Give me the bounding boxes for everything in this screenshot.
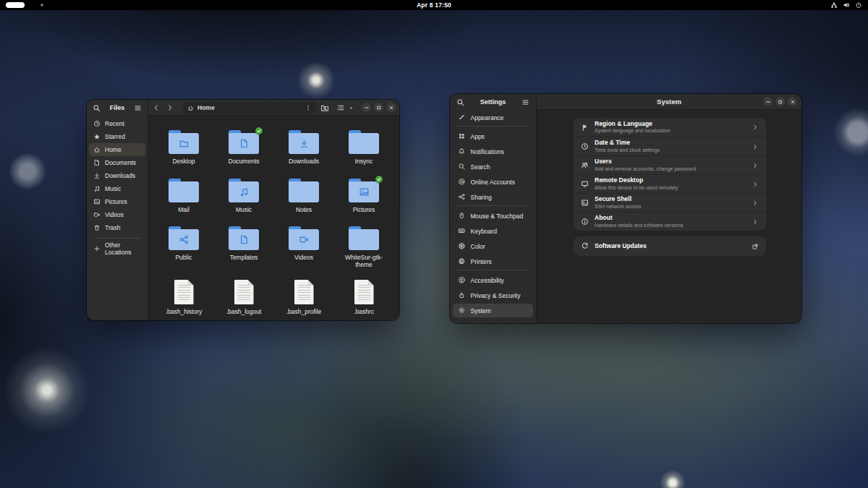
settings-item-accessibility[interactable]: Accessibility (453, 273, 533, 287)
sidebar-item-starred[interactable]: Starred (89, 130, 145, 143)
back-button[interactable] (152, 103, 161, 112)
file-item-bashrc[interactable]: .bashrc (338, 275, 390, 315)
settings-item-printers[interactable]: Printers (453, 254, 533, 268)
file-item-pictures[interactable]: Pictures (338, 174, 390, 213)
folder-icon (158, 221, 210, 250)
settings-item-online-accounts[interactable]: Online Accounts (453, 175, 533, 189)
settings-item-apps[interactable]: Apps (453, 129, 533, 143)
sidebar-item-trash[interactable]: Trash (89, 221, 145, 234)
file-item-videos[interactable]: Videos (278, 221, 330, 261)
settings-item-label: Appearance (471, 114, 504, 121)
file-item-mail[interactable]: Mail (158, 174, 210, 213)
color-icon (458, 242, 466, 250)
sidebar-item-pictures[interactable]: Pictures (89, 195, 145, 208)
minimize-button[interactable] (362, 103, 371, 112)
search-icon[interactable] (456, 98, 464, 106)
row-remote-desktop[interactable]: Remote Desktop Allow this device to be u… (574, 174, 766, 193)
row-users[interactable]: Users Add and remove accounts, change pa… (574, 155, 766, 174)
forward-button[interactable] (166, 103, 174, 112)
file-item-whitesur[interactable]: WhiteSur-gtk-theme (338, 221, 390, 268)
file-item-downloads[interactable]: Downloads (278, 125, 330, 165)
file-item-desktop[interactable]: Desktop (158, 125, 210, 165)
file-item-bash-profile[interactable]: .bash_profile (278, 275, 330, 315)
chevron-right-icon (752, 218, 759, 226)
sidebar-item-downloads[interactable]: Downloads (89, 169, 145, 182)
sidebar-item-videos[interactable]: Videos (89, 208, 145, 221)
brush-icon (458, 114, 466, 121)
file-item-bash-history[interactable]: .bash_history (158, 275, 210, 315)
file-label: Desktop (158, 158, 210, 165)
maximize-button[interactable] (775, 97, 785, 106)
file-item-templates[interactable]: Templates (218, 221, 270, 261)
search-folder-icon[interactable] (320, 103, 329, 112)
settings-item-keyboard[interactable]: Keyboard (453, 224, 533, 238)
system-tray[interactable] (830, 1, 862, 9)
settings-item-label: Online Accounts (471, 179, 515, 186)
settings-window: Settings Appearance Apps Notifications S… (450, 94, 801, 323)
maximize-button[interactable] (374, 103, 383, 112)
settings-item-sharing[interactable]: Sharing (453, 190, 533, 204)
file-label: Downloads (278, 158, 330, 165)
home-icon (93, 146, 101, 153)
file-item-bash-logout[interactable]: .bash_logout (218, 275, 270, 315)
file-item-public[interactable]: Public (158, 221, 210, 261)
row-title: Users (595, 158, 746, 165)
file-item-documents[interactable]: Documents (218, 125, 270, 165)
file-label: Public (158, 254, 210, 261)
files-main: Home Desktop Documents (148, 100, 399, 320)
top-bar: Apr 8 17:50 (0, 0, 868, 10)
volume-icon[interactable] (843, 1, 850, 9)
file-item-insync[interactable]: Insync (338, 125, 390, 165)
sidebar-item-label: Starred (105, 133, 125, 140)
row-subtitle: SSH network access (595, 204, 746, 210)
picture-glyph-icon (359, 187, 370, 197)
file-item-notes[interactable]: Notes (278, 174, 330, 213)
at-sign-icon (458, 178, 466, 186)
file-item-music[interactable]: Music (218, 174, 270, 213)
settings-item-notifications[interactable]: Notifications (453, 145, 533, 158)
sidebar-item-home[interactable]: Home (89, 143, 145, 156)
system-settings-card: Region & Language System language and lo… (574, 118, 766, 231)
row-software-updates[interactable]: Software Updates (574, 236, 766, 256)
settings-item-label: Keyboard (471, 228, 497, 235)
terminal-icon (581, 199, 589, 207)
files-toolbar: Home (148, 100, 399, 116)
close-button[interactable] (788, 97, 797, 106)
row-about[interactable]: About Hardware details and software vers… (574, 212, 766, 231)
row-subtitle: Time zone and clock settings (595, 147, 746, 153)
settings-item-mouse-touchpad[interactable]: Mouse & Touchpad (453, 209, 533, 223)
row-region-language[interactable]: Region & Language System language and lo… (574, 118, 766, 137)
minimize-button[interactable] (763, 97, 773, 106)
settings-item-color[interactable]: Color (453, 239, 533, 253)
list-view-icon[interactable] (336, 103, 345, 112)
settings-item-search[interactable]: Search (453, 160, 533, 174)
picture-icon (93, 198, 101, 205)
clock[interactable]: Apr 8 17:50 (0, 1, 868, 9)
sidebar-item-other-locations[interactable]: Other Locations (89, 242, 145, 255)
path-menu-icon[interactable] (305, 104, 312, 111)
maximize-icon (778, 99, 783, 105)
power-icon[interactable] (855, 1, 862, 9)
network-icon[interactable] (830, 1, 838, 9)
settings-panel-header: System (537, 94, 801, 110)
sidebar-item-label: Documents (105, 159, 136, 166)
menu-icon[interactable] (522, 98, 529, 106)
row-date-time[interactable]: Date & Time Time zone and clock settings (574, 137, 766, 155)
settings-item-appearance[interactable]: Appearance (453, 111, 533, 124)
row-secure-shell[interactable]: Secure Shell SSH network access (574, 193, 766, 212)
bell-icon (458, 147, 466, 155)
path-bar[interactable]: Home (183, 102, 316, 114)
sidebar-item-documents[interactable]: Documents (89, 156, 145, 169)
current-path: Home (197, 104, 301, 111)
close-button[interactable] (386, 103, 396, 112)
sidebar-item-music[interactable]: Music (89, 182, 145, 195)
menu-icon[interactable] (134, 104, 142, 112)
keyboard-icon (458, 227, 466, 235)
flag-icon (581, 124, 589, 132)
search-icon[interactable] (93, 104, 101, 112)
settings-item-privacy-security[interactable]: Privacy & Security (453, 288, 533, 302)
files-grid: Desktop Documents Downloads Insync Mail (148, 116, 399, 320)
view-options-caret-icon[interactable] (348, 105, 354, 111)
settings-item-system[interactable]: System (453, 304, 533, 317)
sidebar-item-recent[interactable]: Recent (89, 117, 145, 130)
